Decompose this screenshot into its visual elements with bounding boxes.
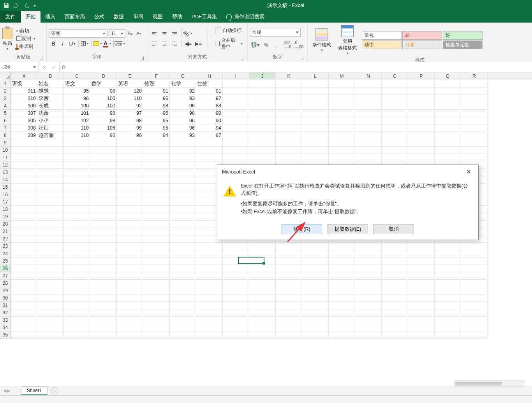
cell[interactable] xyxy=(382,117,408,124)
cell[interactable]: 101 xyxy=(64,110,90,117)
cell[interactable] xyxy=(408,117,435,124)
cell[interactable] xyxy=(435,124,461,132)
col-header-K[interactable]: K xyxy=(276,72,302,80)
cell[interactable]: 100 xyxy=(90,102,117,110)
cell[interactable] xyxy=(170,206,196,213)
cell[interactable] xyxy=(37,161,64,169)
cell[interactable] xyxy=(302,124,329,132)
col-header-G[interactable]: G xyxy=(170,72,196,80)
cell[interactable] xyxy=(435,139,461,147)
cell[interactable] xyxy=(249,331,276,339)
row-header-13[interactable]: 13 xyxy=(0,169,11,176)
cell[interactable]: 90 xyxy=(196,110,223,117)
row-header-5[interactable]: 5 xyxy=(0,110,11,117)
cell[interactable] xyxy=(117,302,143,309)
cell-style-calculation[interactable]: 计算 xyxy=(402,40,442,49)
cell[interactable] xyxy=(355,324,382,331)
cell[interactable] xyxy=(170,191,196,198)
cell[interactable]: 汪灿 xyxy=(37,124,64,132)
cell[interactable] xyxy=(90,258,117,265)
cell[interactable] xyxy=(196,324,223,331)
cell[interactable] xyxy=(329,280,355,287)
cell[interactable] xyxy=(37,331,64,339)
col-header-R[interactable]: R xyxy=(461,72,488,80)
cell[interactable] xyxy=(223,250,249,258)
cell[interactable] xyxy=(11,161,37,169)
cell[interactable] xyxy=(11,154,37,161)
cell[interactable]: 96 xyxy=(90,132,117,139)
cell[interactable] xyxy=(223,258,249,265)
cell[interactable] xyxy=(355,110,382,117)
cell[interactable] xyxy=(302,280,329,287)
cell[interactable] xyxy=(408,265,435,272)
cell[interactable]: 98 xyxy=(90,88,117,95)
cell[interactable] xyxy=(408,302,435,309)
launcher-icon[interactable] xyxy=(140,56,144,60)
cell[interactable] xyxy=(382,302,408,309)
cell[interactable] xyxy=(37,169,64,176)
col-header-D[interactable]: D xyxy=(90,72,117,80)
row-headers[interactable]: 1234567891011121314151617181920212223242… xyxy=(0,80,11,339)
cell[interactable] xyxy=(329,250,355,258)
cell[interactable] xyxy=(223,95,249,102)
cell[interactable] xyxy=(408,132,435,139)
cell[interactable] xyxy=(11,294,37,302)
cell[interactable] xyxy=(90,287,117,294)
cell[interactable] xyxy=(302,102,329,110)
cell[interactable] xyxy=(90,317,117,324)
cell[interactable] xyxy=(408,331,435,339)
cell[interactable] xyxy=(249,110,276,117)
cell[interactable] xyxy=(382,139,408,147)
cell[interactable] xyxy=(11,206,37,213)
cell[interactable]: 308 xyxy=(11,124,37,132)
cell[interactable] xyxy=(408,272,435,280)
cell[interactable] xyxy=(435,154,461,161)
row-header-18[interactable]: 18 xyxy=(0,206,11,213)
cell[interactable] xyxy=(382,88,408,95)
cell[interactable] xyxy=(117,161,143,169)
cell[interactable] xyxy=(249,154,276,161)
copy-button[interactable]: 复制▾ xyxy=(16,35,35,42)
cell[interactable] xyxy=(37,258,64,265)
cell[interactable] xyxy=(329,317,355,324)
cell[interactable] xyxy=(249,139,276,147)
cell[interactable]: 93 xyxy=(170,95,196,102)
cell[interactable]: 94 xyxy=(143,132,170,139)
percent-button[interactable]: % xyxy=(261,40,271,49)
cell[interactable] xyxy=(408,80,435,88)
cell[interactable]: 96 xyxy=(143,110,170,117)
cell[interactable] xyxy=(143,250,170,258)
cut-button[interactable]: 剪切 xyxy=(16,28,35,34)
cell[interactable] xyxy=(435,331,461,339)
cell[interactable] xyxy=(276,272,302,280)
cell[interactable] xyxy=(90,250,117,258)
cell[interactable] xyxy=(435,88,461,95)
cell[interactable] xyxy=(461,317,488,324)
cell-style-normal[interactable]: 常规 xyxy=(362,31,402,40)
cell[interactable] xyxy=(302,309,329,317)
cell[interactable] xyxy=(170,280,196,287)
cell[interactable] xyxy=(435,250,461,258)
row-header-11[interactable]: 11 xyxy=(0,154,11,161)
cell[interactable] xyxy=(408,280,435,287)
cell[interactable] xyxy=(461,88,488,95)
cell[interactable]: 98 xyxy=(90,110,117,117)
cell[interactable] xyxy=(355,280,382,287)
row-header-17[interactable]: 17 xyxy=(0,198,11,206)
cell[interactable] xyxy=(276,88,302,95)
cell[interactable] xyxy=(90,243,117,250)
cell[interactable] xyxy=(329,302,355,309)
cell[interactable]: 306 xyxy=(11,102,37,110)
cell[interactable] xyxy=(302,154,329,161)
cell[interactable] xyxy=(355,132,382,139)
cell[interactable] xyxy=(143,206,170,213)
confirm-edit-button[interactable]: ✓ xyxy=(51,64,56,70)
qat-dropdown-icon[interactable]: ▾ xyxy=(33,3,36,9)
cell[interactable] xyxy=(90,184,117,191)
cell[interactable] xyxy=(302,80,329,88)
cell[interactable] xyxy=(64,309,90,317)
cell[interactable] xyxy=(11,235,37,243)
cell[interactable] xyxy=(11,324,37,331)
row-header-24[interactable]: 24 xyxy=(0,250,11,258)
cell[interactable] xyxy=(117,250,143,258)
